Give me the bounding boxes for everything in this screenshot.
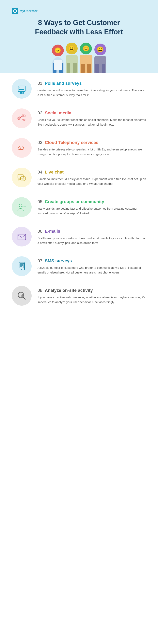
character-1: 😠 <box>52 44 64 73</box>
item-analyze-activity: 08. Analyze on-site activity If you have… <box>12 286 146 306</box>
svg-rect-37 <box>20 296 20 297</box>
item-3-content: 03. Cloud Telephony services Besides ent… <box>38 138 146 156</box>
svg-point-5 <box>19 88 20 88</box>
polls-icon <box>17 84 27 94</box>
item-6-title: 06. E-mails <box>38 229 146 234</box>
svg-point-32 <box>21 269 22 270</box>
item-4-desc: Simple to implement & easily accessible.… <box>38 177 146 186</box>
item-sms-surveys: 07. SMS surveys A sizable number of cust… <box>12 256 146 276</box>
item-3-icon-bg <box>12 138 32 158</box>
item-5-title: 05. Create groups or community <box>38 199 146 204</box>
svg-point-7 <box>20 92 21 93</box>
svg-point-22 <box>19 204 22 207</box>
email-icon <box>17 232 27 242</box>
cloud-telephony-icon <box>17 143 27 153</box>
item-social-media: 02. Social media Check out your customer… <box>12 108 146 128</box>
item-7-icon-bg <box>12 256 32 276</box>
item-cloud-telephony: 03. Cloud Telephony services Besides ent… <box>12 138 146 158</box>
svg-rect-38 <box>21 294 22 297</box>
item-1-content: 01. Polls and surveys create fun polls &… <box>38 79 146 98</box>
characters-illustration: 😠 😐 😊 😄 <box>12 42 146 73</box>
logo-icon <box>12 8 18 14</box>
item-8-title: 08. Analyze on-site activity <box>38 288 146 293</box>
item-5-icon-bg <box>12 197 32 217</box>
svg-point-8 <box>21 92 22 93</box>
logo-text: MyOperator <box>20 9 38 13</box>
item-6-icon-bg <box>12 227 32 246</box>
svg-point-6 <box>19 89 20 90</box>
item-6-content: 06. E-mails Distill down your core custo… <box>38 227 146 245</box>
svg-line-34 <box>23 297 25 299</box>
item-2-content: 02. Social media Check out your customer… <box>38 108 146 127</box>
item-3-desc: Besides enterprise-grade companies, a lo… <box>38 147 146 156</box>
main-content: 01. Polls and surveys create fun polls &… <box>0 73 158 322</box>
svg-point-1 <box>15 11 16 12</box>
header-title: 8 Ways to Get CustomerFeedback with Less… <box>12 18 146 37</box>
item-live-chat: 04. Live chat Simple to implement & easi… <box>12 168 146 187</box>
item-3-title: 03. Cloud Telephony services <box>38 140 146 145</box>
sms-icon <box>17 261 27 271</box>
item-4-icon-bg <box>12 168 32 187</box>
item-7-content: 07. SMS surveys A sizable number of cust… <box>38 256 146 275</box>
item-1-desc: create fun polls & surveys to make them … <box>38 88 146 98</box>
live-chat-icon <box>17 172 27 182</box>
item-create-groups: 05. Create groups or community Many bran… <box>12 197 146 217</box>
item-8-desc: If you have an active web presence, whet… <box>38 295 146 304</box>
item-6-desc: Distill down your core customer base and… <box>38 236 146 245</box>
groups-icon <box>17 202 27 212</box>
item-emails: 06. E-mails Distill down your core custo… <box>12 227 146 246</box>
item-2-title: 02. Social media <box>38 110 146 116</box>
item-8-icon-bg <box>12 286 32 306</box>
analytics-icon <box>17 291 27 301</box>
item-4-content: 04. Live chat Simple to implement & easi… <box>38 168 146 186</box>
item-4-title: 04. Live chat <box>38 170 146 175</box>
item-8-content: 08. Analyze on-site activity If you have… <box>38 286 146 304</box>
item-2-icon-bg <box>12 108 32 128</box>
character-4: 😄 <box>94 44 106 73</box>
logo-area: MyOperator <box>12 8 146 14</box>
item-5-desc: Many brands are getting fast and effecti… <box>38 206 146 216</box>
header-section: MyOperator 8 Ways to Get CustomerFeedbac… <box>0 0 158 73</box>
item-7-desc: A sizable number of customers who prefer… <box>38 266 146 275</box>
character-2: 😐 <box>66 42 78 73</box>
character-3: 😊 <box>80 42 92 73</box>
svg-rect-28 <box>20 264 24 268</box>
svg-rect-39 <box>22 294 23 297</box>
item-7-title: 07. SMS surveys <box>38 258 146 264</box>
item-polls-surveys: 01. Polls and surveys create fun polls &… <box>12 79 146 98</box>
item-1-title: 01. Polls and surveys <box>38 81 146 86</box>
social-media-icon <box>17 113 27 124</box>
item-2-desc: Check out your customer reactions on soc… <box>38 118 146 127</box>
item-1-icon-bg <box>12 79 32 98</box>
svg-point-9 <box>23 92 24 93</box>
item-5-content: 05. Create groups or community Many bran… <box>38 197 146 216</box>
svg-rect-2 <box>18 86 25 92</box>
svg-point-23 <box>24 206 25 207</box>
